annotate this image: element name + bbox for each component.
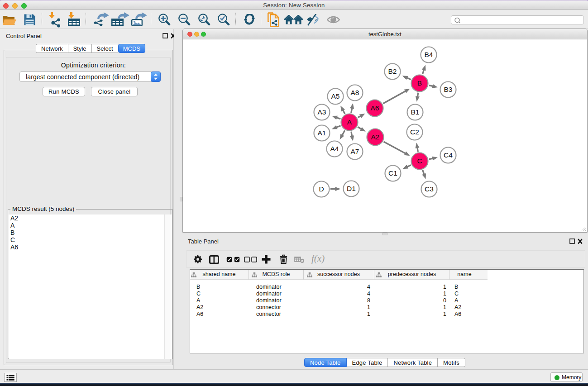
svg-text:A5: A5 [331,92,340,100]
svg-text:A6: A6 [371,104,379,112]
svg-text:C3: C3 [425,185,434,193]
svg-text:C1: C1 [388,169,397,177]
svg-text:B: B [417,79,422,87]
svg-text:B1: B1 [411,108,420,116]
svg-text:A4: A4 [330,145,339,152]
svg-text:A8: A8 [351,89,359,96]
svg-text:B2: B2 [388,67,397,75]
svg-text:C2: C2 [410,128,419,136]
svg-text:D1: D1 [347,185,356,192]
svg-text:B4: B4 [425,51,433,58]
svg-text:A1: A1 [318,129,326,137]
svg-text:D: D [319,185,324,193]
svg-text:A2: A2 [371,133,380,141]
svg-text:C: C [417,157,422,165]
svg-text:A7: A7 [351,148,359,155]
svg-text:A3: A3 [318,108,326,116]
svg-text:B3: B3 [444,86,453,93]
svg-text:C4: C4 [444,151,453,159]
svg-text:A: A [347,118,352,126]
svg-text:f(x): f(x) [311,254,325,264]
